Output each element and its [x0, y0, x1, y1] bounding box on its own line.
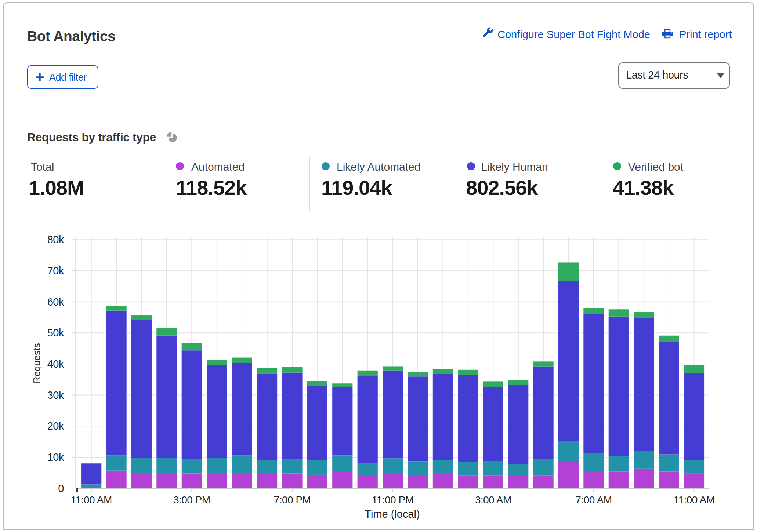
svg-text:60k: 60k	[47, 296, 64, 308]
svg-text:11:00 AM: 11:00 AM	[673, 494, 714, 506]
svg-text:11:00 PM: 11:00 PM	[372, 494, 414, 506]
svg-text:7:00 PM: 7:00 PM	[274, 494, 311, 506]
svg-text:0: 0	[58, 482, 64, 494]
svg-text:70k: 70k	[47, 265, 64, 277]
svg-text:Requests: Requests	[31, 343, 42, 383]
svg-text:3:00 AM: 3:00 AM	[475, 494, 511, 506]
svg-text:Time (local): Time (local)	[365, 508, 420, 520]
svg-text:7:00 AM: 7:00 AM	[575, 494, 612, 506]
svg-text:80k: 80k	[47, 234, 64, 245]
svg-text:30k: 30k	[47, 389, 64, 401]
svg-text:11:00 AM: 11:00 AM	[71, 494, 112, 506]
svg-text:50k: 50k	[47, 327, 64, 339]
svg-text:3:00 PM: 3:00 PM	[173, 494, 210, 506]
svg-text:10k: 10k	[47, 451, 64, 463]
svg-text:40k: 40k	[47, 358, 64, 370]
svg-text:20k: 20k	[47, 420, 64, 432]
